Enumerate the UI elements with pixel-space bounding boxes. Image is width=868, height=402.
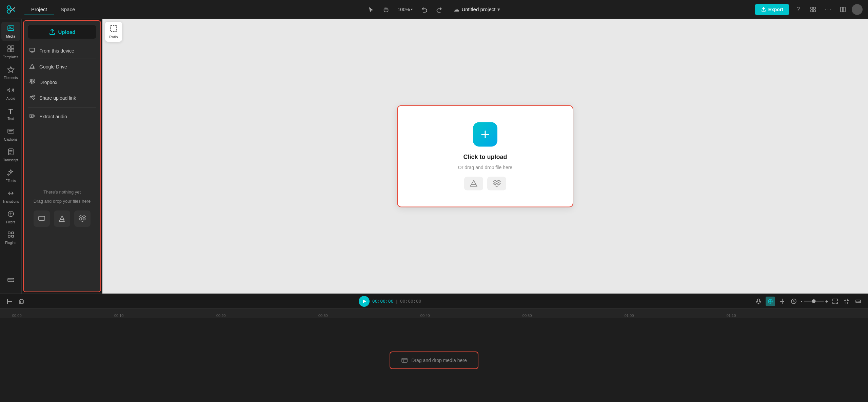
click-to-upload-label: Click to upload (463, 154, 507, 161)
project-name-label: Untitled project (461, 6, 495, 12)
delete-btn[interactable] (17, 297, 26, 306)
timeline-center: 00:00:00 | 00:00:00 (359, 296, 421, 307)
filters-icon (7, 210, 15, 219)
split-tool-btn[interactable] (778, 297, 787, 306)
drag-hint-label: Or drag and drop file here (458, 165, 512, 170)
upload-dropzone[interactable]: Click to upload Or drag and drop file he… (397, 105, 573, 207)
captions-label: Captions (4, 138, 17, 141)
dropbox-icon (29, 79, 35, 86)
gdrive-upload-btn[interactable] (54, 210, 70, 227)
topbar-right: Export ? ⋯ (755, 3, 863, 16)
svg-rect-56 (19, 300, 23, 303)
split-view-btn[interactable] (837, 3, 849, 16)
filters-label: Filters (6, 220, 15, 224)
clock-btn[interactable] (789, 297, 798, 306)
ruler-mark-6: 01:00 (625, 314, 634, 318)
export-btn[interactable]: Export (755, 4, 789, 15)
zoom-control[interactable]: 100% ▾ (395, 5, 416, 14)
sidebar-item-audio[interactable]: Audio (1, 84, 20, 103)
topbar: Project Space 100% ▾ (0, 0, 868, 19)
sidebar-item-elements[interactable]: Elements (1, 63, 20, 82)
avatar (852, 4, 863, 15)
plugins-label: Plugins (5, 241, 16, 245)
zoom-out-icon: - (801, 299, 803, 304)
trim-btn[interactable] (5, 297, 14, 306)
undo-btn[interactable] (418, 3, 430, 16)
drag-drop-zone[interactable]: Drag and drop media here (390, 351, 478, 369)
redo-btn[interactable] (433, 3, 445, 16)
share-upload-item[interactable]: Share upload link (24, 90, 100, 106)
keyboard-shortcuts-btn[interactable] (1, 274, 20, 291)
minimize-btn[interactable] (842, 297, 851, 306)
upload-plus-btn[interactable] (473, 122, 497, 147)
dropbox-dropzone-btn[interactable] (487, 177, 506, 190)
effects-label: Effects (5, 179, 16, 183)
sidebar-item-filters[interactable]: Filters (1, 207, 20, 227)
main-area: Media Templates Elements (0, 19, 868, 294)
templates-btn[interactable] (807, 3, 819, 16)
ratio-btn[interactable]: Ratio (105, 22, 122, 42)
sidebar-item-transcript[interactable]: Transcript (1, 145, 20, 165)
help-btn[interactable]: ? (792, 3, 804, 16)
google-drive-icon (29, 63, 35, 71)
ruler-mark-4: 00:40 (420, 314, 430, 318)
dropzone-icons (464, 177, 506, 190)
sidebar-item-media[interactable]: Media (1, 22, 20, 41)
extract-audio-icon (29, 113, 35, 120)
svg-rect-4 (811, 7, 813, 9)
ai-btn[interactable] (766, 297, 775, 306)
timeline-toolbar: 00:00:00 | 00:00:00 (0, 294, 868, 309)
extract-audio-item[interactable]: Extract audio (24, 109, 100, 124)
project-name-btn[interactable]: ☁ Untitled project ▾ (451, 4, 503, 15)
templates-label: Templates (3, 55, 19, 59)
templates-icon (7, 45, 15, 54)
google-drive-item[interactable]: Google Drive (24, 59, 100, 75)
sidebar-item-transitions[interactable]: Transitions (1, 187, 20, 206)
transitions-label: Transitions (2, 200, 19, 203)
svg-rect-27 (12, 235, 14, 237)
more-btn[interactable]: ⋯ (822, 3, 834, 16)
svg-rect-5 (813, 7, 815, 9)
dropbox-item[interactable]: Dropbox (24, 75, 100, 90)
transcript-label: Transcript (3, 158, 18, 162)
ratio-btn-area: Ratio (105, 22, 122, 42)
empty-subtitle: Drag and drop your files here (34, 199, 91, 204)
tab-project[interactable]: Project (24, 4, 54, 15)
upload-main-btn[interactable]: Upload (28, 25, 96, 39)
dropbox-label: Dropbox (39, 80, 57, 85)
drag-drop-label: Drag and drop media here (411, 358, 467, 363)
from-device-item[interactable]: From this device (24, 43, 100, 59)
zoom-slider[interactable] (804, 301, 824, 302)
dropbox-upload-btn[interactable] (74, 210, 91, 227)
hand-tool-btn[interactable] (380, 3, 392, 16)
svg-point-41 (33, 98, 35, 100)
ratio-icon (110, 24, 118, 34)
svg-rect-48 (39, 216, 45, 220)
cursor-tool-btn[interactable] (365, 3, 377, 16)
sidebar-item-text[interactable]: T Text (1, 104, 20, 123)
expand-btn[interactable] (831, 297, 840, 306)
sidebar-item-templates[interactable]: Templates (1, 42, 20, 62)
sidebar-item-plugins[interactable]: Plugins (1, 228, 20, 247)
export-label: Export (768, 7, 783, 12)
share-upload-label: Share upload link (39, 95, 76, 101)
total-time: 00:00:00 (400, 299, 421, 304)
empty-icons (34, 210, 91, 227)
share-icon (29, 94, 35, 102)
caption-btn[interactable] (854, 297, 863, 306)
center-actions: 100% ▾ (365, 3, 446, 16)
sidebar-item-effects[interactable]: Effects (1, 166, 20, 185)
canvas-area: Ratio Click to upload Or drag and drop f… (102, 19, 868, 294)
svg-rect-51 (111, 25, 117, 32)
upload-panel: Upload From this device (23, 20, 101, 292)
panel-resize-handle[interactable] (100, 21, 101, 292)
gdrive-dropzone-btn[interactable] (464, 177, 483, 190)
sidebar-icons: Media Templates Elements (0, 19, 22, 294)
sidebar-item-captions[interactable]: Captions (1, 125, 20, 144)
device-icon (29, 47, 35, 55)
play-btn[interactable] (359, 296, 370, 307)
mic-btn[interactable] (754, 297, 763, 306)
transcript-icon (7, 148, 15, 157)
device-upload-btn[interactable] (34, 210, 50, 227)
tab-space[interactable]: Space (54, 4, 82, 15)
